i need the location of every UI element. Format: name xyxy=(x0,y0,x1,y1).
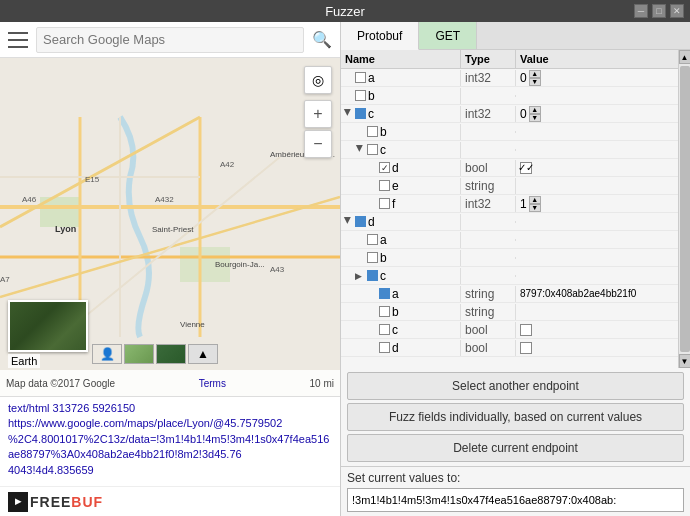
bool-check[interactable]: ✓ xyxy=(520,162,532,174)
map-controls: ◎ + − xyxy=(304,66,332,158)
row-db-checkbox[interactable] xyxy=(367,252,378,263)
tab-protobuf[interactable]: Protobuf xyxy=(341,22,419,50)
expand-icon[interactable]: ▶ xyxy=(355,145,365,155)
svg-text:Saint-Priest: Saint-Priest xyxy=(152,225,194,234)
row-dc-value xyxy=(516,275,678,277)
row-ccf-value: 1 ▲ ▼ xyxy=(516,195,678,213)
table-row: ▶ d xyxy=(341,213,678,231)
row-dcb-checkbox[interactable] xyxy=(379,306,390,317)
hamburger-menu[interactable] xyxy=(8,32,28,48)
table-row: ▶ c xyxy=(341,141,678,159)
spin-down[interactable]: ▼ xyxy=(529,78,541,86)
row-cc-checkbox[interactable] xyxy=(367,144,378,155)
row-b-name: b xyxy=(341,88,461,104)
table-row: d bool xyxy=(341,339,678,357)
svg-text:A432: A432 xyxy=(155,195,174,204)
fuzz-fields-button[interactable]: Fuzz fields individually, based on curre… xyxy=(347,403,684,431)
expand-icon[interactable]: ▶ xyxy=(343,109,353,119)
select-endpoint-button[interactable]: Select another endpoint xyxy=(347,372,684,400)
row-dca-value: 8797:0x408ab2ae4bb21f0 xyxy=(516,287,678,300)
zoom-in-button[interactable]: + xyxy=(304,100,332,128)
row-cb-type xyxy=(461,131,516,133)
row-cce-value xyxy=(516,185,678,187)
expand-icon[interactable]: ▶ xyxy=(355,271,365,281)
row-dcb-value xyxy=(516,311,678,313)
row-c-type: int32 xyxy=(461,106,516,122)
freebuf-text: FREEBUF xyxy=(30,494,103,510)
row-ccf-name: f xyxy=(341,196,461,212)
table-row: ✓ d bool ✓ xyxy=(341,159,678,177)
zoom-out-button[interactable]: − xyxy=(304,130,332,158)
row-ccf-checkbox[interactable] xyxy=(379,198,390,209)
row-dcc-type: bool xyxy=(461,322,516,338)
table-row: b xyxy=(341,123,678,141)
bool-check[interactable] xyxy=(520,342,532,354)
map-view-person[interactable]: 👤 xyxy=(92,344,122,364)
close-button[interactable]: ✕ xyxy=(670,4,684,18)
scroll-up-arrow[interactable]: ▲ xyxy=(679,50,691,64)
row-dcd-type: bool xyxy=(461,340,516,356)
map-view-earth[interactable] xyxy=(156,344,186,364)
row-dca-checkbox[interactable] xyxy=(379,288,390,299)
spin-down[interactable]: ▼ xyxy=(529,114,541,122)
earth-label: Earth xyxy=(8,354,40,368)
table-row: ▶ c int32 0 ▲ ▼ xyxy=(341,105,678,123)
row-cce-checkbox[interactable] xyxy=(379,180,390,191)
scroll-thumb[interactable] xyxy=(680,66,690,352)
map-view-expand[interactable]: ▲ xyxy=(188,344,218,364)
map-background: A46 A432 E15 A43 A7 A42 Lyon Saint-Pries… xyxy=(0,58,340,396)
row-da-checkbox[interactable] xyxy=(367,234,378,245)
left-panel: 🔍 xyxy=(0,22,340,516)
row-a-checkbox[interactable] xyxy=(355,72,366,83)
page-info-line2: https://www.google.com/maps/place/Lyon/@… xyxy=(8,416,332,431)
row-dcd-value xyxy=(516,341,678,355)
maximize-button[interactable]: □ xyxy=(652,4,666,18)
delete-endpoint-button[interactable]: Delete current endpoint xyxy=(347,434,684,462)
bool-check[interactable] xyxy=(520,324,532,336)
row-cc-value xyxy=(516,149,678,151)
row-c-checkbox[interactable] xyxy=(355,108,366,119)
search-input[interactable] xyxy=(36,27,304,53)
col-header-name: Name xyxy=(341,50,461,68)
row-dcd-checkbox[interactable] xyxy=(379,342,390,353)
row-b-checkbox[interactable] xyxy=(355,90,366,101)
spin-down[interactable]: ▼ xyxy=(529,204,541,212)
row-dcb-type: string xyxy=(461,304,516,320)
title-bar: Fuzzer ─ □ ✕ xyxy=(0,0,690,22)
location-button[interactable]: ◎ xyxy=(304,66,332,94)
col-header-value: Value xyxy=(516,50,678,68)
row-c-value: 0 ▲ ▼ xyxy=(516,105,678,123)
row-ccd-name: ✓ d xyxy=(341,160,461,176)
row-a-spinner[interactable]: ▲ ▼ xyxy=(529,70,541,86)
row-cb-checkbox[interactable] xyxy=(367,126,378,137)
table-row: b string xyxy=(341,303,678,321)
scroll-down-arrow[interactable]: ▼ xyxy=(679,354,691,368)
tab-get[interactable]: GET xyxy=(419,22,477,49)
set-values-label: Set current values to: xyxy=(347,471,684,485)
row-b-type xyxy=(461,95,516,97)
col-header-type: Type xyxy=(461,50,516,68)
minimize-button[interactable]: ─ xyxy=(634,4,648,18)
row-d-name: ▶ d xyxy=(341,214,461,230)
set-values-input[interactable] xyxy=(347,488,684,512)
row-cce-type: string xyxy=(461,178,516,194)
row-c-name: ▶ c xyxy=(341,106,461,122)
row-d-checkbox[interactable] xyxy=(355,216,366,227)
row-dcc-checkbox[interactable] xyxy=(379,324,390,335)
terms-link[interactable]: Terms xyxy=(199,378,226,389)
search-icon[interactable]: 🔍 xyxy=(312,30,332,49)
street-view-thumbnail[interactable] xyxy=(8,300,88,352)
spin-up[interactable]: ▲ xyxy=(529,196,541,204)
row-dca-name: a xyxy=(341,286,461,302)
row-dcd-name: d xyxy=(341,340,461,356)
row-ccf-spinner[interactable]: ▲ ▼ xyxy=(529,196,541,212)
row-c-spinner[interactable]: ▲ ▼ xyxy=(529,106,541,122)
row-db-name: b xyxy=(341,250,461,266)
row-ccd-checkbox[interactable]: ✓ xyxy=(379,162,390,173)
spin-up[interactable]: ▲ xyxy=(529,106,541,114)
map-view-terrain[interactable] xyxy=(124,344,154,364)
expand-icon[interactable]: ▶ xyxy=(343,217,353,227)
scrollbar[interactable]: ▲ ▼ xyxy=(678,50,690,368)
spin-up[interactable]: ▲ xyxy=(529,70,541,78)
row-dc-checkbox[interactable] xyxy=(367,270,378,281)
